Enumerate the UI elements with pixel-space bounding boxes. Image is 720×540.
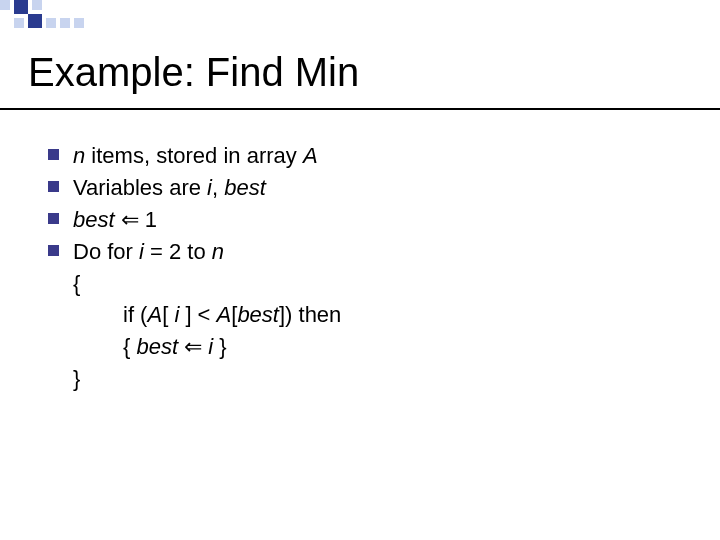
text: best [224, 175, 266, 200]
text: Do for [73, 239, 139, 264]
bullet-line-2: Variables are i, best [48, 172, 341, 204]
square-bullet-icon [48, 181, 59, 192]
svg-rect-7 [74, 18, 84, 28]
text: = 2 to [144, 239, 212, 264]
text: A [217, 302, 232, 327]
svg-rect-2 [32, 0, 42, 10]
text: { [73, 268, 80, 300]
svg-rect-0 [0, 0, 10, 10]
text: best [136, 334, 178, 359]
text: A [303, 143, 318, 168]
square-bullet-icon [48, 149, 59, 160]
svg-rect-3 [14, 18, 24, 28]
text: n [212, 239, 224, 264]
text: A [147, 302, 162, 327]
text: ] < [179, 302, 216, 327]
text: { [123, 334, 136, 359]
text: ]) then [279, 302, 341, 327]
bullet-line-4: Do for i = 2 to n [48, 236, 341, 268]
text: if ( [123, 302, 147, 327]
text: } [213, 334, 226, 359]
code-line-if: if (A[ i ] < A[best]) then [48, 299, 341, 331]
text: n [73, 143, 85, 168]
text: ⇐ 1 [115, 207, 157, 232]
code-line-close-brace: } [48, 363, 341, 395]
svg-rect-1 [14, 0, 28, 14]
svg-rect-6 [60, 18, 70, 28]
text: [ [162, 302, 174, 327]
text: , [212, 175, 224, 200]
svg-rect-5 [46, 18, 56, 28]
code-line-assign: { best ⇐ i } [48, 331, 341, 363]
corner-decoration [0, 0, 150, 40]
slide-title: Example: Find Min [28, 50, 359, 95]
bullet-line-3: best ⇐ 1 [48, 204, 341, 236]
text: items, stored in array [85, 143, 303, 168]
svg-rect-4 [28, 14, 42, 28]
slide-body: n items, stored in array A Variables are… [48, 140, 341, 395]
title-underline [0, 108, 720, 110]
text: best [237, 302, 279, 327]
text: } [73, 363, 80, 395]
code-line-open-brace: { [48, 268, 341, 300]
bullet-line-1: n items, stored in array A [48, 140, 341, 172]
square-bullet-icon [48, 213, 59, 224]
text: Variables are [73, 175, 207, 200]
text: best [73, 207, 115, 232]
square-bullet-icon [48, 245, 59, 256]
text: ⇐ [178, 334, 208, 359]
